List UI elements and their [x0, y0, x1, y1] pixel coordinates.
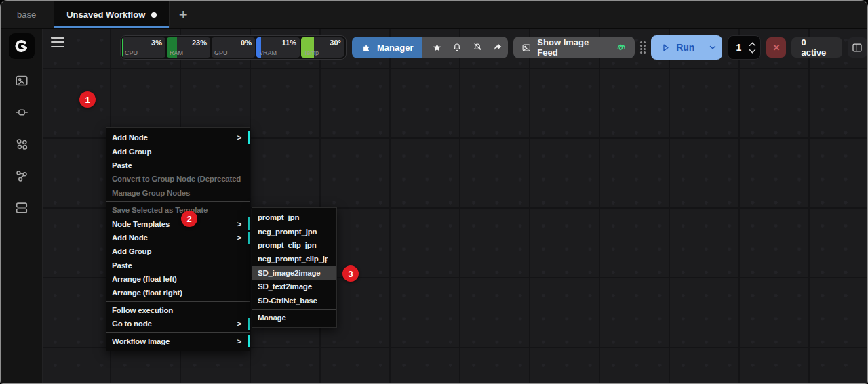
submenu-arrow-icon: >: [237, 133, 241, 142]
annotation-badge-2: 2: [181, 211, 197, 227]
notification-bell-button[interactable]: [447, 37, 467, 58]
sidebar-item-queue[interactable]: [8, 67, 35, 94]
image-icon: [521, 43, 532, 53]
submenu-item[interactable]: neg_prompt_jpn: [252, 224, 336, 238]
manager-button-group: Manager: [352, 37, 508, 58]
menu-item-label: Add Group: [112, 247, 241, 255]
submenu-arrow-icon: >: [237, 337, 241, 345]
sidebar-item-node-library[interactable]: [8, 99, 35, 126]
context-menu-item[interactable]: Add Group: [106, 144, 250, 158]
menu-item-label: Manage Group Nodes: [112, 189, 241, 197]
canvas-menu-button[interactable]: [51, 37, 64, 47]
context-menu-item[interactable]: Add Node >: [106, 231, 250, 244]
submenu-item-label: prompt_jpn: [258, 213, 328, 221]
puzzle-icon: [361, 43, 372, 53]
toggle-right-panel-button[interactable]: [848, 37, 867, 58]
context-menu-item: Manage Group Nodes: [106, 186, 250, 200]
star-button[interactable]: [427, 37, 447, 58]
context-menu-item[interactable]: Go to node >: [106, 317, 250, 330]
sidebar-item-templates[interactable]: [8, 194, 35, 221]
menu-item-label: Save Selected as Template: [112, 206, 241, 214]
model-library-icon: [14, 137, 29, 152]
context-menu-item[interactable]: Arrange (float right): [106, 286, 250, 299]
workflow-graph-icon: [14, 169, 29, 184]
workflow-tab-bar: base Unsaved Workflow +: [1, 1, 867, 29]
new-tab-button[interactable]: +: [170, 1, 197, 28]
run-options-button[interactable]: [703, 35, 722, 60]
hamburger-icon: [51, 37, 64, 39]
submenu-item[interactable]: Manage: [252, 311, 336, 324]
stat-value: 11%: [282, 39, 296, 47]
submenu-item[interactable]: prompt_jpn: [252, 211, 336, 224]
manager-button[interactable]: Manager: [352, 37, 422, 58]
run-label: Run: [676, 42, 694, 53]
show-image-feed-button[interactable]: Show Image Feed: [513, 37, 635, 58]
submenu-item-label: SD-CtrlNet_base: [258, 297, 328, 305]
workspace-tab-base[interactable]: base: [1, 1, 54, 28]
run-button[interactable]: Run: [651, 35, 703, 60]
menu-item-label: Convert to Group Node (Deprecated): [112, 175, 241, 183]
graph-canvas[interactable]: 3% CPU 23% RAM 0% GPU: [43, 29, 867, 383]
toolbar-drag-handle[interactable]: [640, 41, 646, 54]
sidebar-item-model-library[interactable]: [8, 131, 35, 158]
menu-separator: [252, 309, 336, 310]
submenu-arrow-icon: >: [237, 320, 241, 328]
annotation-badge-1: 1: [79, 91, 96, 108]
chevron-down-small-icon[interactable]: [749, 49, 756, 54]
stat-box: 23% RAM: [167, 37, 210, 58]
submenu-item[interactable]: SD_image2image: [252, 266, 336, 280]
submenu-item-label: Manage: [258, 314, 328, 322]
manager-label: Manager: [377, 43, 413, 53]
active-jobs-label: 0 active: [801, 37, 832, 58]
menu-item-label: Follow execution: [112, 306, 241, 314]
context-menu-item[interactable]: Add Node >: [106, 131, 250, 144]
batch-count-stepper[interactable]: 1: [728, 35, 761, 60]
submenu-item[interactable]: neg_prompt_clip_jpn: [252, 252, 336, 265]
comfyui-logo[interactable]: [9, 33, 35, 59]
stat-box: 0% GPU: [212, 37, 255, 58]
submenu-item[interactable]: prompt_clip_jpn: [252, 238, 336, 252]
sidebar-item-workflows[interactable]: [8, 163, 35, 190]
context-menu-item: Save Selected as Template: [106, 203, 250, 217]
stat-value: 23%: [192, 39, 207, 47]
panel-layout-icon: [852, 43, 863, 53]
chevron-down-icon: [708, 43, 717, 52]
submenu-item-label: SD_image2image: [258, 269, 328, 277]
stat-label: GPU: [214, 49, 228, 56]
close-icon: ✕: [772, 43, 780, 53]
menu-item-label: Go to node: [112, 320, 237, 328]
workspace-tab-label: base: [17, 9, 36, 20]
context-menu-item[interactable]: Node Templates >: [106, 217, 250, 230]
plus-icon: +: [179, 6, 188, 24]
chevron-up-icon[interactable]: [749, 42, 756, 47]
share-button[interactable]: [488, 37, 507, 58]
context-menu-item[interactable]: Paste: [106, 158, 250, 172]
menu-item-label: Add Group: [112, 148, 241, 156]
tab-unsaved-workflow[interactable]: Unsaved Workflow: [54, 1, 170, 28]
context-menu-item[interactable]: Arrange (float left): [106, 272, 250, 286]
context-menu-item[interactable]: Workflow Image >: [106, 334, 250, 347]
layout-list-icon: [14, 200, 29, 215]
star-icon: [432, 43, 442, 53]
show-image-feed-label: Show Image Feed: [537, 37, 609, 58]
submenu-teal-bar: [248, 217, 250, 230]
annotation-badge-3: 3: [342, 265, 359, 282]
context-menu-item[interactable]: Follow execution: [106, 303, 250, 317]
submenu-item-label: neg_prompt_jpn: [258, 228, 328, 236]
context-menu-item[interactable]: Add Group: [106, 244, 250, 258]
active-tab-label: Unsaved Workflow: [66, 9, 145, 20]
submenu-item[interactable]: SD-CtrlNet_base: [252, 293, 336, 307]
cancel-run-button[interactable]: ✕: [766, 37, 786, 58]
menu-item-label: Add Node: [112, 234, 237, 242]
stat-box: 3% CPU: [122, 37, 165, 58]
bell-slash-icon: [472, 42, 483, 53]
notification-bell-slash-button[interactable]: [467, 37, 488, 58]
unsaved-dot-icon: [151, 12, 157, 18]
context-menu-item: Convert to Group Node (Deprecated): [106, 172, 250, 186]
left-sidebar: [1, 29, 43, 383]
stat-label: CPU: [125, 49, 138, 56]
menu-item-label: Arrange (float left): [112, 275, 241, 283]
submenu-item[interactable]: SD_text2image: [252, 280, 336, 293]
stat-value: 3%: [151, 39, 162, 47]
context-menu-item[interactable]: Paste: [106, 259, 250, 272]
